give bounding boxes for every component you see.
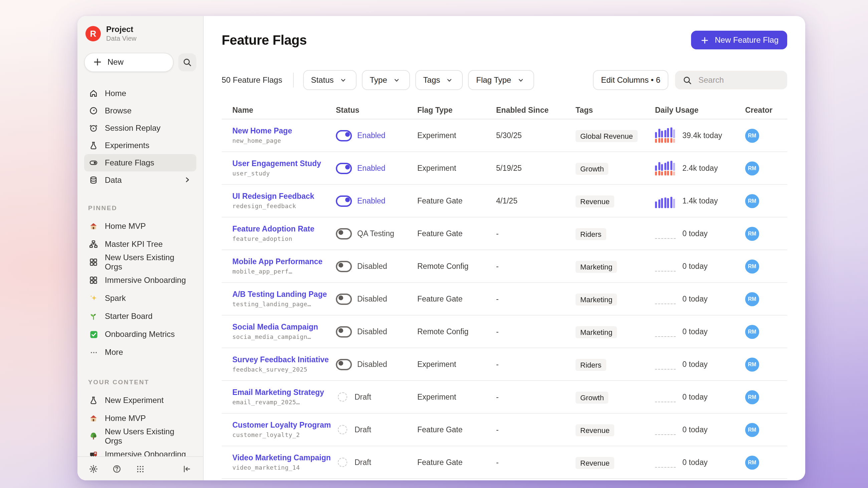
status-toggle[interactable] bbox=[336, 228, 352, 239]
status-toggle[interactable] bbox=[336, 195, 352, 206]
sidebar-item-more[interactable]: More bbox=[84, 344, 196, 362]
status-toggle[interactable] bbox=[336, 261, 352, 272]
sidebar-item-browse[interactable]: Browse bbox=[84, 102, 196, 120]
sidebar-item-new-experiment[interactable]: New Experiment bbox=[84, 392, 196, 410]
sidebar-item-home-mvp[interactable]: Home MVP bbox=[84, 218, 196, 235]
filter-status[interactable]: Status bbox=[303, 70, 356, 90]
sidebar-item-immersive-onboarding[interactable]: Immersive Onboarding bbox=[84, 446, 196, 456]
table-row[interactable]: Social Media Campaignsocia_media_campaig… bbox=[222, 316, 787, 348]
creator-avatar[interactable]: RM bbox=[745, 227, 759, 240]
help-button[interactable] bbox=[109, 461, 125, 477]
table-row[interactable]: Video Marketing Campaignvideo_marketing_… bbox=[222, 446, 787, 479]
status-toggle[interactable] bbox=[336, 162, 352, 174]
flag-name-link[interactable]: Email Marketing Strategy bbox=[232, 388, 336, 397]
flag-name-link[interactable]: New Home Page bbox=[232, 126, 336, 136]
table-row[interactable]: Customer Loyalty Programcustomer_loyalty… bbox=[222, 414, 787, 446]
spark-bar bbox=[664, 197, 666, 208]
flag-type-cell: Experiment bbox=[417, 164, 496, 172]
sidebar-item-onboarding-metrics[interactable]: Onboarding Metrics bbox=[84, 326, 196, 344]
creator-avatar[interactable]: RM bbox=[745, 128, 759, 142]
settings-button[interactable] bbox=[86, 461, 101, 477]
flag-name-link[interactable]: User Engagement Study bbox=[232, 159, 336, 168]
creator-avatar[interactable]: RM bbox=[745, 390, 759, 404]
table-row[interactable]: Mobile App Performancemobile_app_perf…Di… bbox=[222, 250, 787, 283]
table-row[interactable]: UI Redesign Feedbackredesign_feedbackEna… bbox=[222, 185, 787, 218]
new-feature-flag-label: New Feature Flag bbox=[715, 35, 778, 45]
sidebar-item-spark[interactable]: Spark bbox=[84, 290, 196, 307]
filter-type[interactable]: Type bbox=[362, 70, 410, 90]
draft-status-icon[interactable] bbox=[338, 458, 347, 467]
table-row[interactable]: A/B Testing Landing Pagetesting_landing_… bbox=[222, 283, 787, 316]
sidebar-item-immersive-onboarding[interactable]: Immersive Onboarding bbox=[84, 271, 196, 290]
creator-avatar[interactable]: RM bbox=[745, 194, 759, 208]
status-toggle[interactable] bbox=[336, 130, 352, 141]
sidebar-search-button[interactable] bbox=[178, 53, 196, 71]
plus-icon bbox=[92, 57, 103, 68]
table-row[interactable]: Email Marketing Strategyemail_revamp_202… bbox=[222, 381, 787, 414]
creator-avatar[interactable]: RM bbox=[745, 357, 759, 371]
filter-label: Tags bbox=[423, 75, 440, 85]
spark-bar-orange bbox=[670, 138, 672, 143]
status-toggle[interactable] bbox=[336, 326, 352, 337]
filter-flag-type[interactable]: Flag Type bbox=[468, 70, 534, 90]
table-row[interactable]: Feature Adoption Ratefeature_adoptionQA … bbox=[222, 218, 787, 250]
tags-cell: Global Revenue bbox=[576, 129, 655, 142]
sidebar-item-home-mvp[interactable]: Home MVP bbox=[84, 410, 196, 428]
edit-columns-button[interactable]: Edit Columns • 6 bbox=[593, 70, 669, 90]
name-cell: Survey Feedback Initiativefeedback_surve… bbox=[232, 355, 336, 373]
creator-avatar[interactable]: RM bbox=[745, 161, 759, 175]
column-header-flag-type: Flag Type bbox=[417, 106, 496, 114]
session-replay-icon bbox=[88, 123, 99, 133]
creator-cell: RM bbox=[745, 423, 787, 436]
creator-avatar[interactable]: RM bbox=[745, 292, 759, 306]
project-subtitle: Data View bbox=[106, 35, 136, 43]
flag-name-link[interactable]: Social Media Campaign bbox=[232, 323, 336, 332]
new-button[interactable]: New bbox=[84, 53, 174, 72]
table-row[interactable]: User Engagement Studyuser_studyEnabledEx… bbox=[222, 152, 787, 185]
creator-avatar[interactable]: RM bbox=[745, 455, 759, 469]
table-search-input[interactable] bbox=[697, 75, 780, 86]
tag-badge: Marketing bbox=[576, 293, 617, 305]
collapse-sidebar-button[interactable] bbox=[179, 461, 195, 477]
creator-avatar[interactable]: RM bbox=[745, 259, 759, 273]
flag-name-link[interactable]: UI Redesign Feedback bbox=[232, 192, 336, 201]
flag-key: socia_media_campaign… bbox=[232, 334, 329, 340]
status-label: Enabled bbox=[357, 164, 385, 172]
sidebar-item-session-replay[interactable]: Session Replay bbox=[84, 120, 196, 137]
filter-tags[interactable]: Tags bbox=[415, 70, 463, 90]
sidebar-item-master-kpi-tree[interactable]: Master KPI Tree bbox=[84, 235, 196, 254]
flag-name-link[interactable]: Customer Loyalty Program bbox=[232, 421, 336, 430]
project-switcher[interactable]: R Project Data View bbox=[84, 16, 196, 43]
flag-name-link[interactable]: Survey Feedback Initiative bbox=[232, 355, 336, 365]
flag-name-link[interactable]: Feature Adoption Rate bbox=[232, 225, 336, 234]
spark-bar bbox=[673, 129, 675, 143]
draft-status-icon[interactable] bbox=[338, 392, 347, 401]
spark-bar-orange bbox=[658, 138, 660, 143]
status-toggle[interactable] bbox=[336, 359, 352, 370]
flag-name-link[interactable]: Mobile App Performance bbox=[232, 257, 336, 266]
feature-flags-table: NameStatusFlag TypeEnabled SinceTagsDail… bbox=[222, 101, 787, 479]
sidebar-item-new-users-existing-orgs[interactable]: New Users Existing Orgs bbox=[84, 254, 196, 271]
status-toggle[interactable] bbox=[336, 293, 352, 304]
sidebar-item-starter-board[interactable]: Starter Board bbox=[84, 307, 196, 326]
creator-avatar[interactable]: RM bbox=[745, 325, 759, 338]
browse-icon bbox=[88, 105, 99, 116]
apps-grid-button[interactable] bbox=[132, 461, 148, 477]
enabled-since-cell: 4/1/25 bbox=[496, 197, 576, 205]
flag-name-link[interactable]: Video Marketing Campaign bbox=[232, 453, 336, 463]
flag-name-link[interactable]: A/B Testing Landing Page bbox=[232, 290, 336, 299]
table-row[interactable]: New Home Pagenew_home_pageEnabledExperim… bbox=[222, 120, 787, 152]
new-feature-flag-button[interactable]: New Feature Flag bbox=[691, 31, 787, 50]
sidebar-item-data[interactable]: Data bbox=[84, 171, 196, 189]
spark-bar-orange bbox=[655, 171, 657, 175]
sidebar-item-feature-flags[interactable]: Feature Flags bbox=[84, 154, 196, 171]
draft-status-icon[interactable] bbox=[338, 425, 347, 434]
creator-avatar[interactable]: RM bbox=[745, 423, 759, 436]
tags-cell: Marketing bbox=[576, 260, 655, 272]
table-row[interactable]: Survey Feedback Initiativefeedback_surve… bbox=[222, 348, 787, 381]
chevron-down-icon bbox=[515, 75, 526, 86]
spark-bar-purple bbox=[673, 163, 675, 171]
sidebar-item-home[interactable]: Home bbox=[84, 85, 196, 102]
sidebar-item-new-users-existing-orgs[interactable]: New Users Existing Orgs bbox=[84, 428, 196, 446]
sidebar-item-experiments[interactable]: Experiments bbox=[84, 137, 196, 154]
